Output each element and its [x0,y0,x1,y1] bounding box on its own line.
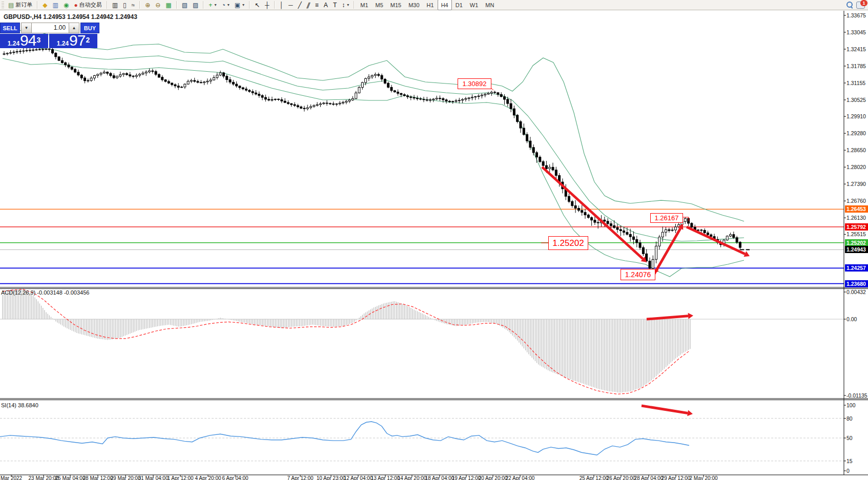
mt4-window: ▤新订单◆▥◉●自动交易▥▯≈⊕⊖▦▧▨+▾◔▾▣▾↖┼│─╱∥≡AT↕▾M1M… [0,0,868,480]
toolbar-separator [139,1,140,9]
templates-button[interactable]: ▣▾ [232,0,247,10]
text-tool-icon: A [324,2,328,8]
chart-canvas[interactable] [0,0,868,480]
timeframe-m15-button[interactable]: M15 [387,0,405,10]
zoom-in-button[interactable]: ⊕ [142,0,153,10]
sell-price-sup: 3 [36,34,40,46]
toolbar-separator [249,1,250,9]
trend-arrow-1[interactable] [542,167,643,259]
text-label-tool-icon: T [333,2,337,8]
arrows-tool-button[interactable]: ↕▾ [339,0,352,10]
toolbar-grip [2,2,4,9]
timeframe-mn-button[interactable]: MN [482,0,498,10]
notifications-icon[interactable]: 1 [856,2,865,9]
toolbar-separator [37,1,38,9]
rsi-arrow-head [687,410,693,416]
autotrading-button[interactable]: ●自动交易 [71,0,104,10]
fibonacci-tool-button[interactable]: ≡ [313,0,321,10]
toolbar-separator [176,1,177,9]
macd-arrow-head [688,313,693,319]
horizontal-line-tool-button[interactable]: ─ [286,0,296,10]
toolbar: ▤新订单◆▥◉●自动交易▥▯≈⊕⊖▦▧▨+▾◔▾▣▾↖┼│─╱∥≡AT↕▾M1M… [0,0,868,10]
timeframe-d1-button[interactable]: D1 [452,0,466,10]
chart-shift-icon: ▨ [193,2,198,8]
candlestick-type-icon: ▯ [123,2,127,8]
line-chart-type-button[interactable]: ≈ [129,0,138,10]
candlestick-type-button[interactable]: ▯ [120,0,129,10]
tile-windows-icon: ▦ [166,2,171,8]
chevron-down-icon: ▾ [242,3,244,7]
one-click-trading-panel: SELL ▼ 1.00 ▲ BUY 1.24 94 3 1.24 97 2 [0,23,99,48]
sell-price[interactable]: 1.24 94 3 [0,34,48,48]
text-tool-button[interactable]: A [321,0,330,10]
new-order-button-label: 新订单 [15,1,32,9]
timeframe-m5-button[interactable]: M5 [372,0,387,10]
timeframe-h4-button[interactable]: H4 [438,0,452,10]
rsi-line [0,422,689,455]
toolbar-separator [107,1,108,9]
equidistant-channel-tool-button[interactable]: ∥ [304,0,313,10]
text-label-tool-button[interactable]: T [330,0,339,10]
market-watch-button[interactable]: ▥ [50,0,61,10]
bollinger-lower-band [3,58,744,277]
crosshair-tool-icon: ┼ [265,2,270,8]
search-icon[interactable] [846,2,853,8]
buy-price[interactable]: 1.24 97 2 [49,34,97,48]
tile-windows-button[interactable]: ▦ [163,0,174,10]
toolbar-right: 1 [846,2,868,9]
auto-scroll-icon: ▧ [182,2,188,8]
market-watch-icon: ▥ [53,2,58,8]
buy-price-prefix: 1.24 [57,40,69,47]
notifications-badge: 1 [860,0,867,6]
cursor-tool-icon: ↖ [255,2,260,8]
chevron-down-icon: ▾ [214,3,216,7]
market-depth-button[interactable]: ◆ [40,0,50,10]
trendline-tool-button[interactable]: ╱ [296,0,304,10]
zoom-in-icon: ⊕ [145,2,150,8]
add-indicator-button[interactable]: +▾ [206,0,219,10]
timeframe-m1-button[interactable]: M1 [357,0,371,10]
signals-icon: ◉ [64,2,69,8]
auto-scroll-button[interactable]: ▧ [179,0,190,10]
buy-price-big: 97 [69,34,85,47]
horizontal-line-tool-icon: ─ [288,2,293,8]
macd-arrow[interactable] [647,316,688,319]
zoom-out-icon: ⊖ [155,2,160,8]
cursor-tool-button[interactable]: ↖ [252,0,262,10]
timeframe-m30-button[interactable]: M30 [405,0,423,10]
zoom-out-button[interactable]: ⊖ [153,0,163,10]
fibonacci-tool-icon: ≡ [315,2,319,8]
timeframe-h1-button[interactable]: H1 [423,0,438,10]
chevron-down-icon: ▾ [228,3,230,7]
vertical-line-tool-button[interactable]: │ [277,0,286,10]
autotrading-icon: ● [74,2,77,8]
toolbar-separator [274,1,275,9]
market-depth-icon: ◆ [43,2,47,8]
bar-chart-type-button[interactable]: ▥ [110,0,120,10]
macd-histogram [3,289,690,393]
sell-button[interactable]: SELL [0,23,20,33]
templates-icon: ▣ [235,2,240,8]
macd-signal-line [3,289,689,394]
bollinger-upper-band [3,30,744,221]
new-order-button[interactable]: ▤新订单 [6,0,35,10]
bar-chart-type-icon: ▥ [112,2,118,8]
arrows-tool-icon: ↕ [342,2,345,8]
crosshair-tool-button[interactable]: ┼ [262,0,272,10]
toolbar-separator [354,1,355,9]
chevron-down-icon: ▾ [347,3,349,7]
periods-button[interactable]: ◔▾ [219,0,232,10]
signals-button[interactable]: ◉ [61,0,71,10]
chart-shift-button[interactable]: ▨ [190,0,201,10]
add-indicator-icon: + [209,2,212,8]
candlestick-series [3,46,741,273]
sell-price-prefix: 1.24 [8,40,19,47]
new-order-icon: ▤ [8,2,14,8]
periods-icon: ◔ [221,2,225,8]
sell-price-big: 94 [20,34,36,47]
vertical-line-tool-icon: │ [280,2,284,8]
timeframe-w1-button[interactable]: W1 [466,0,482,10]
rsi-arrow[interactable] [642,406,688,413]
volume-input[interactable]: 1.00 [32,23,69,33]
chart-title: GBPUSD-,H4 1.24953 1.24954 1.24942 1.249… [4,13,137,20]
